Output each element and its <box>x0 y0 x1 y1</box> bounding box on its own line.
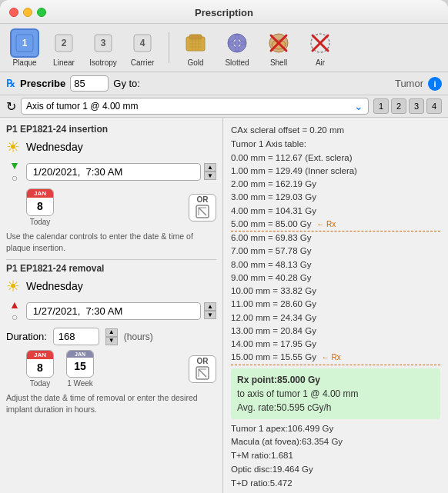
stat-line-3: Optic disc:19.464 Gy <box>231 463 440 477</box>
offset-line: CAx scleral offset = 0.20 mm <box>231 124 440 138</box>
svg-text:4: 4 <box>140 38 145 48</box>
stat-line-4: T+D ratio:5.472 <box>231 477 440 491</box>
removal-week-btn[interactable]: JAN 15 1 Week <box>66 350 94 388</box>
removal-hint: Adjust the date & time of removal or ent… <box>6 392 216 415</box>
duration-label: Duration: <box>6 331 47 342</box>
stepper-up[interactable]: ▲ <box>204 163 216 172</box>
insertion-calendar-row: JAN 8 Today OR <box>6 188 216 226</box>
axis-row-0: 0.00 mm = 112.67 (Ext. sclera) <box>231 152 440 165</box>
axis-table: 0.00 mm = 112.67 (Ext. sclera)1.00 mm = … <box>231 152 440 365</box>
axis-row-12: 12.00 mm = 24.34 Gy <box>231 311 440 325</box>
duration-down[interactable]: ▼ <box>105 337 118 345</box>
removal-day-row: ☀ Wednesday <box>6 277 216 295</box>
tool-shell[interactable]: Shell <box>260 28 297 67</box>
or-box: OR <box>189 194 216 222</box>
axis-row-9: 9.00 mm = 40.28 Gy <box>231 271 440 285</box>
axis-row-2: 2.00 mm = 162.19 Gy <box>231 178 440 191</box>
air-label: Air <box>316 58 325 67</box>
tumor-nav: 1 2 3 4 <box>373 98 442 114</box>
axis-row-1: 1.00 mm = 129.49 (Inner sclera) <box>231 165 440 178</box>
tool-isotropy[interactable]: 3 Isotropy <box>85 28 122 67</box>
insertion-hint: Use the calendar controls to enter the d… <box>6 231 216 253</box>
tumor-label: Tumor <box>395 78 423 89</box>
tool-air[interactable]: Air <box>302 28 339 67</box>
carrier-label: Carrier <box>131 58 155 67</box>
insertion-time-stepper[interactable]: ▲ ▼ <box>204 163 216 180</box>
or-icon <box>195 204 210 219</box>
axis-row-14: 14.00 mm = 17.95 Gy <box>231 338 440 351</box>
info-button[interactable]: i <box>428 77 442 91</box>
slotted-icon <box>222 28 252 58</box>
tool-gold[interactable]: Gold <box>177 28 214 67</box>
or-text: OR <box>197 195 209 204</box>
insertion-or-btn[interactable]: OR <box>189 194 216 222</box>
axis-chevron-icon: ⌄ <box>354 100 363 112</box>
stepper-down[interactable]: ▼ <box>204 172 216 180</box>
tumor-nav-2[interactable]: 2 <box>391 98 406 114</box>
tool-carrier[interactable]: 4 Carrier <box>124 28 161 67</box>
gold-icon <box>181 28 210 58</box>
duration-stepper[interactable]: ▲ ▼ <box>105 328 118 345</box>
axis-row-8: 8.00 mm = 48.13 Gy <box>231 258 440 271</box>
minimize-button[interactable] <box>23 8 32 17</box>
circle-icon-2: ○ <box>12 311 18 323</box>
plaque-label: Plaque <box>12 58 36 67</box>
removal-calendar-row: JAN 8 Today JAN 15 1 Week OR <box>6 350 216 388</box>
stepper-up-2[interactable]: ▲ <box>204 302 216 311</box>
left-panel: P1 EP1821-24 insertion ☀ Wednesday ▼ ○ ▲… <box>0 118 223 493</box>
today-label-2: Today <box>30 379 51 388</box>
cal-month: JAN <box>27 189 53 198</box>
insertion-day-row: ☀ Wednesday <box>6 138 216 156</box>
tumor-nav-3[interactable]: 3 <box>409 98 424 114</box>
rx-highlight-box: Rx point:85.000 Gy to axis of tumor 1 @ … <box>231 368 440 419</box>
tumor-nav-1[interactable]: 1 <box>373 98 389 114</box>
prescribe-label: Prescribe <box>20 78 65 89</box>
stepper-down-2[interactable]: ▼ <box>204 311 216 319</box>
svg-text:2: 2 <box>62 38 67 48</box>
rx-marker: ← Rx <box>315 220 336 228</box>
window: Prescription 1 Plaque 2 <box>0 0 448 493</box>
right-panel: CAx scleral offset = 0.20 mm Tumor 1 Axi… <box>223 118 448 493</box>
maximize-button[interactable] <box>37 8 46 17</box>
today-label: Today <box>30 218 51 226</box>
rx-marker: ← Rx <box>319 353 341 361</box>
titlebar: Prescription <box>0 0 448 24</box>
removal-today-btn[interactable]: JAN 8 Today <box>26 350 54 388</box>
axis-row-15: 15.00 mm = 15.55 Gy ← Rx <box>231 351 440 365</box>
axis-title: Tumor 1 Axis table: <box>231 138 440 152</box>
linear-label: Linear <box>53 58 75 67</box>
isotropy-label: Isotropy <box>89 58 117 67</box>
shell-icon <box>264 28 293 58</box>
axis-row-10: 10.00 mm = 33.82 Gy <box>231 285 440 298</box>
axis-row-13: 13.00 mm = 20.84 Gy <box>231 325 440 338</box>
removal-time-stepper[interactable]: ▲ ▼ <box>204 302 216 319</box>
week-label: 1 Week <box>67 379 93 388</box>
removal-title: P1 EP1821-24 removal <box>6 263 216 274</box>
insertion-today-btn[interactable]: JAN 8 Today <box>26 188 54 226</box>
removal-or-btn[interactable]: OR <box>189 355 216 383</box>
tool-slotted[interactable]: Slotted <box>219 28 256 67</box>
duration-input[interactable] <box>53 328 99 345</box>
duration-up[interactable]: ▲ <box>105 328 118 337</box>
removal-datetime[interactable] <box>26 302 201 320</box>
tool-plaque[interactable]: 1 Plaque <box>6 28 43 67</box>
svg-line-32 <box>199 369 206 377</box>
cal-month-2: JAN <box>27 351 53 359</box>
close-button[interactable] <box>9 8 18 17</box>
cal-day-2: 8 <box>27 359 53 376</box>
axis-value: Axis of tumor 1 @ 4.00 mm <box>26 101 139 112</box>
insertion-calendar-icon: JAN 8 <box>26 188 54 216</box>
svg-text:3: 3 <box>101 38 106 48</box>
linear-icon: 2 <box>49 28 79 58</box>
sun-icon: ☀ <box>6 138 20 156</box>
arrow-up-icon: ▲ <box>9 298 20 311</box>
svg-text:1: 1 <box>22 38 28 48</box>
prescribe-input[interactable] <box>70 75 109 92</box>
tool-linear[interactable]: 2 Linear <box>45 28 82 67</box>
insertion-day: Wednesday <box>26 141 83 153</box>
removal-calendar-icon: JAN 8 <box>26 350 54 378</box>
axis-dropdown[interactable]: Axis of tumor 1 @ 4.00 mm ⌄ <box>21 98 369 115</box>
tumor-nav-4[interactable]: 4 <box>426 98 442 114</box>
insertion-datetime[interactable] <box>26 163 201 181</box>
rx-line3: Avg. rate:50.595 cGy/h <box>237 401 434 415</box>
